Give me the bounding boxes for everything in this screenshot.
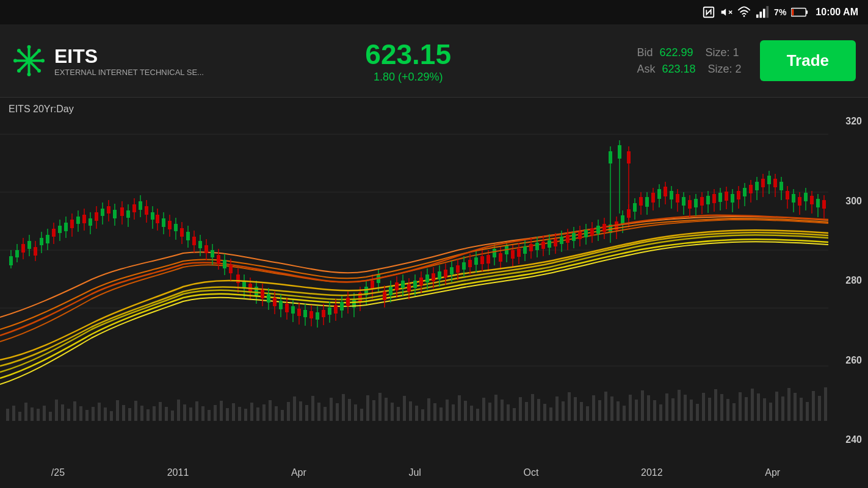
- svg-rect-346: [383, 292, 386, 300]
- svg-rect-68: [250, 403, 253, 421]
- svg-rect-157: [794, 393, 797, 421]
- svg-rect-135: [659, 404, 662, 421]
- svg-rect-284: [101, 209, 104, 216]
- svg-rect-264: [804, 193, 808, 201]
- svg-rect-120: [568, 392, 571, 421]
- svg-rect-152: [763, 398, 766, 421]
- svg-rect-268: [816, 199, 820, 207]
- svg-point-21: [37, 49, 41, 52]
- svg-rect-146: [726, 399, 729, 421]
- svg-rect-81: [330, 398, 333, 421]
- svg-rect-294: [168, 221, 172, 229]
- svg-rect-164: [9, 256, 13, 265]
- svg-rect-188: [120, 207, 124, 216]
- svg-rect-53: [159, 402, 162, 421]
- svg-rect-386: [535, 243, 539, 250]
- svg-rect-156: [787, 388, 790, 421]
- price-section: 623.15 1.80 (+0.29%): [204, 38, 613, 84]
- svg-rect-300: [186, 232, 190, 240]
- svg-rect-141: [696, 404, 699, 421]
- svg-rect-76: [299, 401, 302, 421]
- svg-rect-220: [493, 249, 496, 257]
- svg-rect-370: [456, 265, 460, 273]
- svg-rect-382: [523, 246, 527, 254]
- signal-icon: [756, 5, 769, 19]
- svg-point-17: [13, 59, 17, 63]
- svg-point-3: [743, 15, 745, 17]
- svg-rect-31: [24, 403, 27, 421]
- svg-rect-61: [208, 410, 211, 421]
- svg-rect-78: [311, 396, 314, 421]
- svg-rect-198: [151, 212, 154, 220]
- svg-rect-148: [739, 392, 742, 421]
- svg-rect-50: [140, 406, 143, 421]
- svg-rect-108: [494, 395, 497, 421]
- svg-rect-260: [792, 194, 795, 203]
- svg-rect-34: [43, 406, 46, 421]
- svg-rect-180: [58, 226, 62, 233]
- chart-container: EITS 20Yr:Day: [0, 98, 868, 488]
- svg-rect-236: [633, 203, 637, 212]
- bid-label: Bid: [637, 46, 653, 59]
- svg-rect-29: [12, 406, 15, 421]
- svg-rect-158: [800, 398, 803, 421]
- svg-rect-308: [211, 250, 214, 257]
- svg-point-16: [27, 73, 31, 76]
- svg-rect-184: [70, 220, 74, 228]
- svg-rect-137: [671, 398, 675, 421]
- svg-rect-67: [244, 409, 247, 421]
- svg-rect-44: [104, 407, 107, 421]
- company-name: EXTERNAL INTERNET TECHNICAL SE...: [54, 68, 204, 77]
- svg-rect-114: [531, 394, 534, 421]
- svg-rect-372: [462, 262, 466, 270]
- svg-rect-159: [806, 402, 809, 421]
- svg-rect-145: [720, 394, 723, 421]
- svg-rect-392: [554, 239, 557, 246]
- svg-rect-334: [316, 312, 319, 320]
- ticker-symbol: EITS: [54, 45, 204, 68]
- svg-rect-190: [126, 210, 130, 218]
- svg-rect-56: [177, 400, 180, 421]
- svg-rect-348: [389, 287, 392, 295]
- svg-rect-70: [262, 404, 266, 421]
- svg-rect-99: [439, 407, 443, 421]
- svg-rect-84: [348, 399, 351, 421]
- svg-rect-140: [690, 400, 693, 421]
- svg-rect-125: [598, 400, 601, 421]
- svg-rect-428: [700, 197, 704, 206]
- svg-rect-7: [767, 6, 769, 18]
- svg-rect-358: [419, 278, 423, 285]
- svg-rect-330: [303, 310, 307, 317]
- svg-rect-37: [61, 404, 64, 421]
- svg-rect-9: [806, 10, 808, 14]
- svg-rect-6: [763, 9, 765, 18]
- svg-rect-32: [31, 407, 34, 421]
- time-axis: /25 2011 Apr Jul Oct 2012 Apr: [0, 458, 831, 488]
- svg-rect-33: [37, 409, 40, 421]
- svg-rect-138: [678, 390, 681, 421]
- svg-rect-342: [340, 302, 344, 310]
- svg-rect-100: [446, 400, 449, 421]
- logo-section: EITS EXTERNAL INTERNET TECHNICAL SE...: [12, 44, 204, 77]
- trade-button[interactable]: Trade: [760, 40, 856, 81]
- svg-rect-354: [407, 284, 411, 292]
- svg-rect-107: [488, 403, 491, 421]
- svg-rect-286: [107, 206, 110, 214]
- svg-rect-96: [421, 409, 424, 421]
- svg-rect-38: [67, 409, 70, 421]
- svg-rect-226: [511, 250, 515, 259]
- svg-point-19: [17, 49, 21, 52]
- svg-rect-252: [767, 176, 771, 184]
- svg-rect-128: [617, 401, 620, 421]
- ask-label: Ask: [637, 63, 655, 75]
- bid-row: Bid 622.99 Size: 1: [637, 46, 739, 59]
- svg-rect-74: [287, 402, 290, 421]
- svg-rect-129: [623, 406, 626, 421]
- svg-rect-332: [309, 311, 313, 318]
- svg-rect-240: [731, 194, 734, 203]
- battery-icon: [791, 7, 808, 17]
- svg-rect-57: [183, 404, 186, 421]
- svg-rect-161: [818, 396, 821, 421]
- svg-rect-117: [549, 407, 552, 421]
- svg-rect-322: [279, 301, 283, 309]
